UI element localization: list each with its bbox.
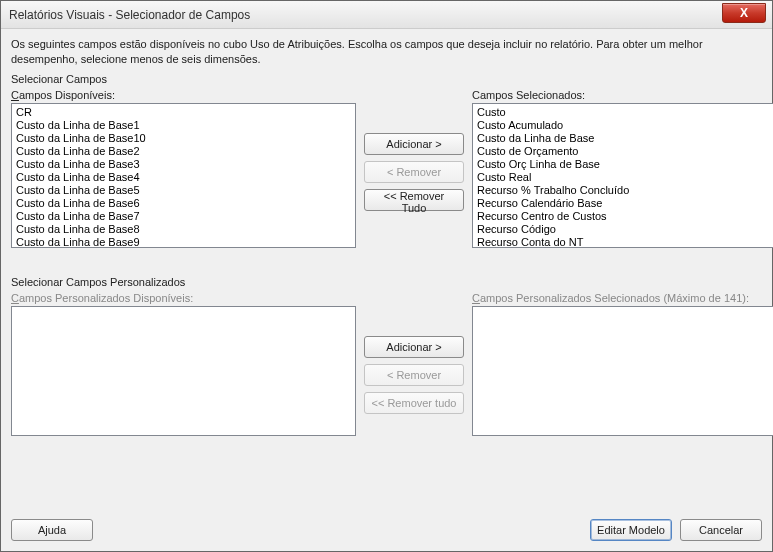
available-fields-panel: Campos Disponíveis: CRCusto da Linha de … <box>11 89 356 248</box>
list-item[interactable]: Custo da Linha de Base8 <box>12 222 355 235</box>
list-item[interactable]: Custo Orç Linha de Base <box>473 157 773 170</box>
list-item[interactable]: Custo da Linha de Base3 <box>12 157 355 170</box>
selected-fields-panel: Campos Selecionados: CustoCusto Acumulad… <box>472 89 773 248</box>
list-item[interactable]: Recurso Centro de Custos <box>473 209 773 222</box>
custom-remove-button[interactable]: < Remover <box>364 364 464 386</box>
available-fields-listbox[interactable]: CRCusto da Linha de Base1Custo da Linha … <box>11 103 356 248</box>
available-fields-label: Campos Disponíveis: <box>11 89 356 101</box>
window-title: Relatórios Visuais - Selecionador de Cam… <box>9 8 250 22</box>
selected-fields-label: Campos Selecionados: <box>472 89 773 101</box>
dialog-window: Relatórios Visuais - Selecionador de Cam… <box>0 0 773 552</box>
custom-remove-all-button[interactable]: << Remover tudo <box>364 392 464 414</box>
list-item[interactable]: Recurso % Trabalho Concluído <box>473 183 773 196</box>
list-item[interactable]: Custo da Linha de Base <box>473 131 773 144</box>
list-item[interactable]: CR <box>12 105 355 118</box>
remove-all-button[interactable]: << Remover Tudo <box>364 189 464 211</box>
edit-template-button[interactable]: Editar Modelo <box>590 519 672 541</box>
list-item[interactable]: Custo da Linha de Base4 <box>12 170 355 183</box>
add-button[interactable]: Adicionar > <box>364 133 464 155</box>
help-button[interactable]: Ajuda <box>11 519 93 541</box>
list-item[interactable]: Custo da Linha de Base6 <box>12 196 355 209</box>
instruction-text: Os seguintes campos estão disponíveis no… <box>11 37 762 67</box>
custom-selected-label: Campos Personalizados Selecionados (Máxi… <box>472 292 773 304</box>
list-item[interactable]: Custo de Orçamento <box>473 144 773 157</box>
list-item[interactable]: Custo da Linha de Base7 <box>12 209 355 222</box>
section2-button-column: Adicionar > < Remover << Remover tudo <box>364 336 464 414</box>
selected-fields-listbox[interactable]: CustoCusto AcumuladoCusto da Linha de Ba… <box>472 103 773 248</box>
section1-button-column: Adicionar > < Remover << Remover Tudo <box>364 133 464 211</box>
custom-available-panel: Campos Personalizados Disponíveis: <box>11 292 356 436</box>
custom-selected-panel: Campos Personalizados Selecionados (Máxi… <box>472 292 773 436</box>
bottom-right-buttons: Editar Modelo Cancelar <box>590 519 762 541</box>
section1-row: Campos Disponíveis: CRCusto da Linha de … <box>11 89 762 248</box>
close-button[interactable]: X <box>722 3 766 23</box>
list-item[interactable]: Custo da Linha de Base5 <box>12 183 355 196</box>
titlebar[interactable]: Relatórios Visuais - Selecionador de Cam… <box>1 1 772 29</box>
remove-button[interactable]: < Remover <box>364 161 464 183</box>
list-item[interactable]: Recurso Calendário Base <box>473 196 773 209</box>
cancel-button[interactable]: Cancelar <box>680 519 762 541</box>
bottom-bar: Ajuda Editar Modelo Cancelar <box>11 519 762 541</box>
dialog-content: Os seguintes campos estão disponíveis no… <box>1 29 772 444</box>
custom-available-listbox[interactable] <box>11 306 356 436</box>
custom-add-button[interactable]: Adicionar > <box>364 336 464 358</box>
list-item[interactable]: Custo Real <box>473 170 773 183</box>
list-item[interactable]: Recurso Conta do NT <box>473 235 773 248</box>
list-item[interactable]: Custo da Linha de Base2 <box>12 144 355 157</box>
list-item[interactable]: Custo da Linha de Base10 <box>12 131 355 144</box>
list-item[interactable]: Recurso Código <box>473 222 773 235</box>
list-item[interactable]: Custo da Linha de Base9 <box>12 235 355 248</box>
custom-selected-listbox[interactable] <box>472 306 773 436</box>
list-item[interactable]: Custo da Linha de Base1 <box>12 118 355 131</box>
section2-row: Campos Personalizados Disponíveis: Adici… <box>11 292 762 436</box>
list-item[interactable]: Custo <box>473 105 773 118</box>
list-item[interactable]: Custo Acumulado <box>473 118 773 131</box>
custom-available-label: Campos Personalizados Disponíveis: <box>11 292 356 304</box>
section1-title: Selecionar Campos <box>11 73 762 85</box>
section2-title: Selecionar Campos Personalizados <box>11 276 762 288</box>
close-icon: X <box>740 6 748 20</box>
